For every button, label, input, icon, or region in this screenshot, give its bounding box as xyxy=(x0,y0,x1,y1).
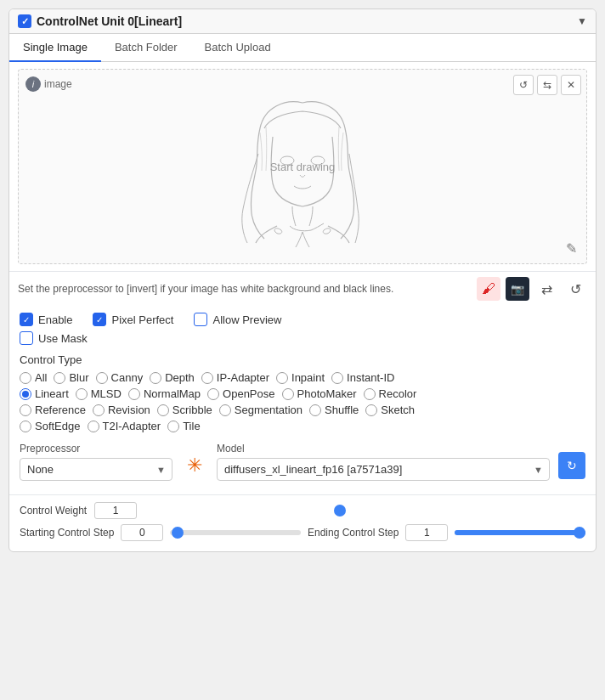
radio-reference[interactable]: Reference xyxy=(20,404,86,416)
enable-label: Enable xyxy=(38,313,72,326)
ending-step-slider-group xyxy=(455,530,585,535)
radio-tile-outer xyxy=(167,421,179,432)
tab-batch-upload[interactable]: Batch Upload xyxy=(191,34,285,62)
tab-single-image[interactable]: Single Image xyxy=(9,34,101,62)
control-type-row-3: Reference Revision Scribble Segmentation… xyxy=(20,404,585,416)
preprocessor-select[interactable]: None xyxy=(20,458,172,481)
radio-canny-outer xyxy=(96,372,108,384)
image-close-icon[interactable]: ✕ xyxy=(561,75,581,95)
panel-collapse-icon[interactable]: ▼ xyxy=(577,15,587,27)
radio-mlsd[interactable]: MLSD xyxy=(76,387,122,400)
ending-step-track[interactable] xyxy=(455,530,585,535)
control-type-row-1: All Blur Canny Depth IP-Adapter Inpaint xyxy=(20,371,585,384)
star-button[interactable]: ✳ xyxy=(181,452,208,479)
pixel-perfect-checkbox[interactable] xyxy=(93,313,106,326)
panel-header-left: ControlNet Unit 0[Lineart] xyxy=(18,14,182,28)
starting-step-slider-group xyxy=(170,530,301,535)
radio-tile[interactable]: Tile xyxy=(167,420,200,432)
radio-openpose[interactable]: OpenPose xyxy=(207,387,274,400)
model-refresh-button[interactable]: ↻ xyxy=(558,452,585,479)
radio-blur-label: Blur xyxy=(69,371,88,384)
radio-normalmap-label: NormalMap xyxy=(144,387,201,400)
radio-canny-label: Canny xyxy=(111,371,144,384)
allow-preview-checkbox[interactable] xyxy=(194,313,207,326)
use-mask-checkbox[interactable] xyxy=(20,331,33,345)
radio-lineart-outer xyxy=(20,388,31,400)
arrows-icon-btn[interactable]: ⇄ xyxy=(534,277,558,301)
radio-shuffle-outer xyxy=(309,404,321,416)
radio-segmentation[interactable]: Segmentation xyxy=(219,404,302,416)
control-type-title: Control Type xyxy=(20,353,585,366)
radio-photomaker[interactable]: PhotoMaker xyxy=(282,387,357,400)
preprocessor-group: Preprocessor None ▼ xyxy=(20,443,172,481)
starting-step-thumb[interactable] xyxy=(172,527,184,539)
starting-step-track[interactable] xyxy=(170,530,301,535)
pen-icon[interactable]: ✎ xyxy=(561,238,581,258)
model-select[interactable]: diffusers_xl_lineart_fp16 [a7571a39] xyxy=(217,458,550,481)
radio-sketch[interactable]: Sketch xyxy=(365,404,415,416)
radio-recolor-label: Recolor xyxy=(379,387,417,400)
radio-scribble[interactable]: Scribble xyxy=(157,404,212,416)
radio-softedge[interactable]: SoftEdge xyxy=(20,420,81,432)
image-swap-icon[interactable]: ⇆ xyxy=(537,75,557,95)
checkbox-row-2: Use Mask xyxy=(20,331,585,345)
model-label: Model xyxy=(217,443,550,454)
control-weight-input[interactable] xyxy=(94,502,137,519)
enable-checkbox[interactable] xyxy=(20,313,33,326)
use-mask-checkbox-item[interactable]: Use Mask xyxy=(20,331,88,345)
radio-photomaker-label: PhotoMaker xyxy=(297,387,357,400)
control-weight-row: Control Weight xyxy=(20,502,585,519)
sliders-section: Control Weight Starting Control Step End… xyxy=(9,494,596,551)
starting-control-step-input[interactable] xyxy=(121,524,163,541)
radio-softedge-outer xyxy=(20,421,31,432)
radio-all[interactable]: All xyxy=(20,371,47,384)
ending-control-step-input[interactable] xyxy=(405,524,448,541)
radio-inpaint-outer xyxy=(276,372,288,384)
radio-depth[interactable]: Depth xyxy=(150,371,195,384)
radio-recolor[interactable]: Recolor xyxy=(364,387,417,400)
model-select-wrap: diffusers_xl_lineart_fp16 [a7571a39] ▼ xyxy=(217,458,550,481)
tabs-container: Single Image Batch Folder Batch Upload xyxy=(9,34,596,62)
radio-normalmap[interactable]: NormalMap xyxy=(128,387,201,400)
radio-ip-adapter[interactable]: IP-Adapter xyxy=(201,371,269,384)
radio-depth-label: Depth xyxy=(165,371,195,384)
model-group: Model diffusers_xl_lineart_fp16 [a7571a3… xyxy=(217,443,550,481)
notice-text: Set the preprocessor to [invert] if your… xyxy=(18,283,477,295)
radio-inpaint[interactable]: Inpaint xyxy=(276,371,325,384)
radio-canny[interactable]: Canny xyxy=(96,371,144,384)
control-weight-thumb[interactable] xyxy=(334,505,346,517)
radio-revision[interactable]: Revision xyxy=(93,404,150,416)
radio-lineart-inner xyxy=(22,391,29,398)
ending-step-thumb[interactable] xyxy=(574,527,585,539)
pixel-perfect-checkbox-item[interactable]: Pixel Perfect xyxy=(93,313,173,326)
rotate-icon-btn[interactable]: ↺ xyxy=(563,277,587,301)
radio-mlsd-outer xyxy=(76,388,88,400)
radio-ip-adapter-outer xyxy=(201,372,213,384)
allow-preview-label: Allow Preview xyxy=(212,313,281,326)
brush-icon-btn[interactable]: 🖌 xyxy=(477,277,500,301)
radio-ip-adapter-label: IP-Adapter xyxy=(217,371,269,384)
radio-shuffle[interactable]: Shuffle xyxy=(309,404,359,416)
ending-step-fill xyxy=(455,530,585,535)
image-label: image xyxy=(44,78,72,90)
radio-mlsd-label: MLSD xyxy=(91,387,122,400)
radio-t2i-adapter-label: T2I-Adapter xyxy=(103,420,161,432)
image-refresh-icon[interactable]: ↺ xyxy=(513,75,534,95)
radio-instant-id[interactable]: Instant-ID xyxy=(331,371,394,384)
enable-checkbox-item[interactable]: Enable xyxy=(20,313,72,326)
preprocessor-label: Preprocessor xyxy=(20,443,172,454)
radio-scribble-outer xyxy=(157,404,169,416)
image-area-icons: ↺ ⇆ ✕ xyxy=(513,75,581,95)
radio-inpaint-label: Inpaint xyxy=(291,371,325,384)
allow-preview-checkbox-item[interactable]: Allow Preview xyxy=(194,313,281,326)
start-drawing-text: Start drawing xyxy=(270,161,336,173)
radio-t2i-adapter[interactable]: T2I-Adapter xyxy=(88,420,161,432)
radio-scribble-label: Scribble xyxy=(172,404,212,416)
panel-enable-checkbox[interactable] xyxy=(18,14,31,28)
camera-icon-btn[interactable]: 📷 xyxy=(506,277,529,301)
tab-batch-folder[interactable]: Batch Folder xyxy=(101,34,191,62)
image-drop-area[interactable]: i image ↺ ⇆ ✕ xyxy=(18,69,587,264)
radio-shuffle-label: Shuffle xyxy=(325,404,359,416)
radio-blur[interactable]: Blur xyxy=(54,371,88,384)
radio-lineart[interactable]: Lineart xyxy=(20,387,69,400)
